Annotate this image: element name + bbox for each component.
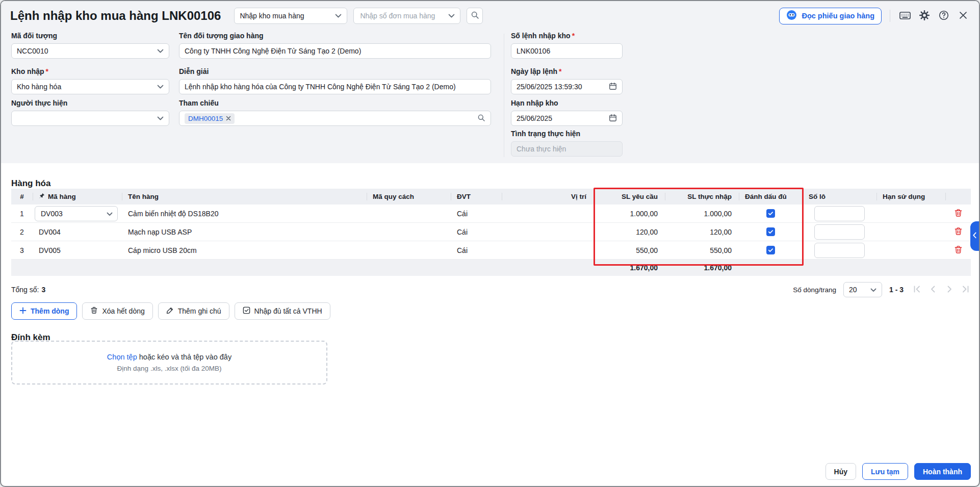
help-icon [938,10,949,22]
ngay-lap-datepicker[interactable]: 25/06/2025 13:59:30 [511,79,623,94]
field-label: Số lệnh nhập kho [511,32,571,40]
reference-tag-label: DMH00015 [188,115,223,122]
sl-yeu-cau-cell: 120,00 [594,228,665,236]
col-sl-yeu-cau: SL yêu cầu [594,189,665,204]
topbar-divider [890,10,890,22]
dvt-cell: Cái [451,246,502,254]
purchase-order-combobox[interactable] [353,8,460,24]
delete-all-rows-button[interactable]: Xóa hết dòng [82,302,152,320]
field-kho-nhap: Kho nhập* Kho hàng hóa [11,67,169,94]
col-sl-thuc-nhap: SL thực nhập [665,189,739,204]
so-lenh-input[interactable]: LNK00106 [511,43,623,59]
kho-nhap-select[interactable]: Kho hàng hóa [11,79,169,94]
last-page-button[interactable] [961,284,971,296]
help-button[interactable] [937,9,950,22]
required-marker: * [559,67,561,75]
field-label: Hạn nhập kho [511,99,623,107]
danh-dau-du-checkbox[interactable] [766,209,775,218]
add-row-button[interactable]: Thêm dòng [11,302,77,320]
save-draft-button[interactable]: Lưu tạm [862,463,908,480]
col-so-lo: Số lô [803,189,876,204]
search-button[interactable] [467,8,483,24]
prev-page-button[interactable] [928,284,938,296]
field-label: Kho nhập [11,67,44,75]
delete-row-button[interactable] [953,226,964,238]
field-ma-doi-tuong: Mã đối tượng NCC0010 [11,32,169,59]
browse-file-link[interactable]: Chọn tệp [107,353,137,361]
tag-close-icon[interactable] [226,115,231,122]
row-index: 2 [11,228,33,236]
rows-per-page-value: 20 [849,286,857,294]
chevron-down-icon [157,114,164,122]
side-panel-handle[interactable] [970,221,979,251]
first-page-button[interactable] [912,284,922,296]
receipt-type-select[interactable]: Nhập kho mua hàng [234,8,347,24]
robot-icon [786,10,797,22]
field-nguoi-thuc-hien: Người thực hiện [11,99,169,126]
ma-doi-tuong-select[interactable]: NCC0010 [11,43,169,59]
tinh-trang-value: Chưa thực hiện [517,145,566,153]
dien-giai-input[interactable]: Lệnh nhập kho hàng hóa của Công ty TNHH … [179,79,491,94]
dvt-cell: Cái [451,210,502,218]
file-format-hint: Định dạng .xls, .xlsx (tối đa 20MB) [117,365,222,372]
ma-hang-select[interactable]: DV003 [35,206,118,221]
add-note-button[interactable]: Thêm ghi chú [158,302,229,320]
so-lo-input[interactable] [814,224,865,240]
purchase-order-input[interactable] [359,11,444,20]
chevron-down-icon [870,286,876,294]
so-lo-input[interactable] [814,206,865,221]
sl-yeu-cau-cell: 1.000,00 [594,210,665,218]
han-nhap-datepicker[interactable]: 25/06/2025 [511,111,623,126]
ma-hang-cell: DV005 [33,246,122,254]
form-column-divider [504,34,504,157]
danh-dau-du-checkbox[interactable] [766,227,775,236]
kho-nhap-value: Kho hàng hóa [17,83,61,91]
top-bar: Lệnh nhập kho mua hàng LNK00106 Nhập kho… [1,1,979,31]
delete-row-button[interactable] [953,208,964,220]
han-nhap-value: 25/06/2025 [517,114,552,122]
file-dropzone[interactable]: Chọn tệp hoặc kéo và thả tệp vào đây Địn… [11,341,327,385]
row-index: 1 [11,210,33,218]
fill-all-items-button[interactable]: Nhập đủ tất cả VTHH [235,302,330,320]
pin-icon [39,193,45,200]
goods-table-header: # Mã hàng Tên hàng Mã quy cách ĐVT Vị tr… [11,189,971,204]
close-button[interactable] [957,9,970,22]
next-page-button[interactable] [944,284,955,296]
drop-hint: hoặc kéo và thả tệp vào đây [139,353,231,361]
skip-last-icon [961,284,971,296]
so-lo-input[interactable] [814,243,865,258]
ten-doi-tuong-value: Công ty TNHH Công Nghệ Điện Tử Sáng Tạo … [185,47,361,55]
ten-doi-tuong-input[interactable]: Công ty TNHH Công Nghệ Điện Tử Sáng Tạo … [179,43,491,59]
trash-icon [954,227,963,237]
delete-row-button[interactable] [953,244,964,257]
read-delivery-note-button[interactable]: Đọc phiếu giao hàng [779,8,882,24]
total-sl-yeu-cau: 1.670,00 [594,264,665,272]
goods-table: # Mã hàng Tên hàng Mã quy cách ĐVT Vị tr… [11,189,971,276]
sl-yeu-cau-cell: 550,00 [594,246,665,254]
nguoi-thuc-hien-select[interactable] [11,111,169,126]
search-icon[interactable] [477,114,485,123]
tham-chieu-input[interactable]: DMH00015 [179,111,491,126]
search-icon [471,11,479,21]
chevron-down-icon [448,12,455,20]
keyboard-shortcuts-button[interactable] [898,9,912,22]
field-han-nhap: Hạn nhập kho 25/06/2025 [511,99,623,126]
table-row: 3 DV005 Cáp micro USB 20cm Cái 550,00 55… [11,241,971,260]
close-icon [958,10,969,22]
field-label: Diễn giải [179,67,491,75]
field-label: Tham chiếu [179,99,491,107]
plus-icon [19,307,27,316]
field-label: Ngày lập lệnh [511,67,557,75]
complete-button[interactable]: Hoàn thành [914,463,971,480]
rows-per-page-select[interactable]: 20 [843,282,882,297]
reference-tag[interactable]: DMH00015 [185,113,235,124]
rows-per-page-label: Số dòng/trang [793,286,836,294]
ngay-lap-value: 25/06/2025 13:59:30 [517,83,582,91]
danh-dau-du-checkbox[interactable] [766,246,775,254]
settings-button[interactable] [918,9,931,22]
col-dvt: ĐVT [451,189,502,204]
chevron-down-icon [157,47,164,55]
trash-icon [954,209,963,219]
field-ten-doi-tuong: Tên đối tượng giao hàng Công ty TNHH Côn… [179,32,491,59]
cancel-button[interactable]: Hủy [826,463,856,480]
